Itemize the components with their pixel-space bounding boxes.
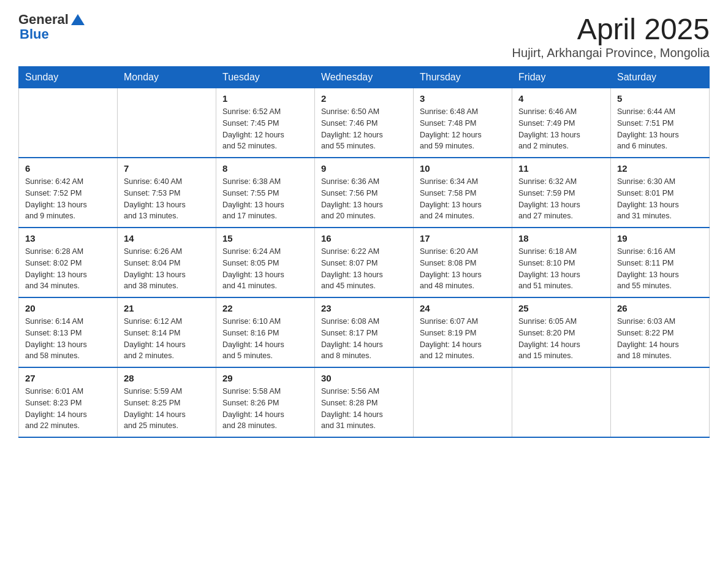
day-number: 29	[222, 373, 308, 383]
calendar-cell	[611, 367, 710, 437]
calendar-week-row: 20Sunrise: 6:14 AM Sunset: 8:13 PM Dayli…	[19, 297, 710, 367]
day-number: 7	[124, 163, 210, 174]
title-block: April 2025 Hujirt, Arkhangai Province, M…	[512, 12, 710, 60]
day-info: Sunrise: 6:48 AM Sunset: 7:48 PM Dayligh…	[420, 106, 506, 152]
calendar-cell: 6Sunrise: 6:42 AM Sunset: 7:52 PM Daylig…	[19, 158, 118, 228]
calendar-cell: 3Sunrise: 6:48 AM Sunset: 7:48 PM Daylig…	[414, 88, 512, 158]
calendar-cell	[414, 367, 512, 437]
day-info: Sunrise: 6:40 AM Sunset: 7:53 PM Dayligh…	[124, 176, 210, 222]
calendar-header-wednesday: Wednesday	[315, 67, 414, 88]
calendar-cell: 21Sunrise: 6:12 AM Sunset: 8:14 PM Dayli…	[118, 297, 216, 367]
calendar-cell: 8Sunrise: 6:38 AM Sunset: 7:55 PM Daylig…	[216, 158, 315, 228]
day-number: 8	[222, 163, 308, 174]
calendar-cell: 7Sunrise: 6:40 AM Sunset: 7:53 PM Daylig…	[118, 158, 216, 228]
day-info: Sunrise: 6:26 AM Sunset: 8:04 PM Dayligh…	[124, 246, 210, 292]
day-number: 17	[420, 233, 506, 243]
calendar-header-row: SundayMondayTuesdayWednesdayThursdayFrid…	[19, 67, 710, 88]
day-info: Sunrise: 6:36 AM Sunset: 7:56 PM Dayligh…	[321, 176, 407, 222]
main-title: April 2025	[512, 12, 710, 46]
day-number: 27	[25, 373, 111, 383]
day-number: 25	[518, 303, 604, 313]
calendar-header-sunday: Sunday	[19, 67, 118, 88]
day-info: Sunrise: 6:14 AM Sunset: 8:13 PM Dayligh…	[25, 316, 111, 362]
day-number: 1	[222, 93, 308, 104]
day-number: 15	[222, 233, 308, 243]
day-number: 21	[124, 303, 210, 313]
svg-marker-0	[71, 14, 85, 25]
day-number: 3	[420, 93, 506, 104]
logo-text-general: General	[18, 12, 69, 27]
calendar-cell: 28Sunrise: 5:59 AM Sunset: 8:25 PM Dayli…	[118, 367, 216, 437]
day-number: 23	[321, 303, 407, 313]
day-info: Sunrise: 6:52 AM Sunset: 7:45 PM Dayligh…	[222, 106, 308, 152]
day-info: Sunrise: 6:38 AM Sunset: 7:55 PM Dayligh…	[222, 176, 308, 222]
logo-triangle-icon	[71, 13, 85, 26]
day-info: Sunrise: 6:30 AM Sunset: 8:01 PM Dayligh…	[617, 176, 703, 222]
day-info: Sunrise: 6:46 AM Sunset: 7:49 PM Dayligh…	[518, 106, 604, 152]
calendar-cell: 1Sunrise: 6:52 AM Sunset: 7:45 PM Daylig…	[216, 88, 315, 158]
day-info: Sunrise: 5:56 AM Sunset: 8:28 PM Dayligh…	[321, 386, 407, 432]
calendar-cell: 27Sunrise: 6:01 AM Sunset: 8:23 PM Dayli…	[19, 367, 118, 437]
calendar-week-row: 27Sunrise: 6:01 AM Sunset: 8:23 PM Dayli…	[19, 367, 710, 437]
calendar-cell: 26Sunrise: 6:03 AM Sunset: 8:22 PM Dayli…	[611, 297, 710, 367]
calendar-cell: 11Sunrise: 6:32 AM Sunset: 7:59 PM Dayli…	[512, 158, 611, 228]
day-info: Sunrise: 6:07 AM Sunset: 8:19 PM Dayligh…	[420, 316, 506, 362]
calendar-cell: 30Sunrise: 5:56 AM Sunset: 8:28 PM Dayli…	[315, 367, 414, 437]
day-number: 5	[617, 93, 703, 104]
day-info: Sunrise: 6:18 AM Sunset: 8:10 PM Dayligh…	[518, 246, 604, 292]
calendar-cell: 5Sunrise: 6:44 AM Sunset: 7:51 PM Daylig…	[611, 88, 710, 158]
day-info: Sunrise: 6:44 AM Sunset: 7:51 PM Dayligh…	[617, 106, 703, 152]
day-info: Sunrise: 6:24 AM Sunset: 8:05 PM Dayligh…	[222, 246, 308, 292]
day-number: 18	[518, 233, 604, 243]
day-number: 26	[617, 303, 703, 313]
day-number: 11	[518, 163, 604, 174]
day-number: 9	[321, 163, 407, 174]
calendar-cell: 2Sunrise: 6:50 AM Sunset: 7:46 PM Daylig…	[315, 88, 414, 158]
day-number: 24	[420, 303, 506, 313]
calendar-header-saturday: Saturday	[611, 67, 710, 88]
calendar-cell: 19Sunrise: 6:16 AM Sunset: 8:11 PM Dayli…	[611, 228, 710, 297]
day-number: 14	[124, 233, 210, 243]
day-number: 12	[617, 163, 703, 174]
page-header: General Blue April 2025 Hujirt, Arkhanga…	[18, 12, 710, 60]
calendar-cell: 12Sunrise: 6:30 AM Sunset: 8:01 PM Dayli…	[611, 158, 710, 228]
calendar-cell: 29Sunrise: 5:58 AM Sunset: 8:26 PM Dayli…	[216, 367, 315, 437]
calendar-table: SundayMondayTuesdayWednesdayThursdayFrid…	[18, 66, 710, 438]
calendar-cell: 23Sunrise: 6:08 AM Sunset: 8:17 PM Dayli…	[315, 297, 414, 367]
day-number: 20	[25, 303, 111, 313]
day-number: 16	[321, 233, 407, 243]
day-info: Sunrise: 5:59 AM Sunset: 8:25 PM Dayligh…	[124, 386, 210, 432]
calendar-header-friday: Friday	[512, 67, 611, 88]
day-number: 30	[321, 373, 407, 383]
day-number: 4	[518, 93, 604, 104]
calendar-cell: 13Sunrise: 6:28 AM Sunset: 8:02 PM Dayli…	[19, 228, 118, 297]
day-info: Sunrise: 6:34 AM Sunset: 7:58 PM Dayligh…	[420, 176, 506, 222]
calendar-week-row: 13Sunrise: 6:28 AM Sunset: 8:02 PM Dayli…	[19, 228, 710, 297]
day-info: Sunrise: 6:10 AM Sunset: 8:16 PM Dayligh…	[222, 316, 308, 362]
calendar-header-tuesday: Tuesday	[216, 67, 315, 88]
calendar-cell: 15Sunrise: 6:24 AM Sunset: 8:05 PM Dayli…	[216, 228, 315, 297]
day-number: 6	[25, 163, 111, 174]
day-info: Sunrise: 6:22 AM Sunset: 8:07 PM Dayligh…	[321, 246, 407, 292]
calendar-cell: 16Sunrise: 6:22 AM Sunset: 8:07 PM Dayli…	[315, 228, 414, 297]
day-info: Sunrise: 6:12 AM Sunset: 8:14 PM Dayligh…	[124, 316, 210, 362]
day-info: Sunrise: 6:28 AM Sunset: 8:02 PM Dayligh…	[25, 246, 111, 292]
day-number: 2	[321, 93, 407, 104]
calendar-cell: 14Sunrise: 6:26 AM Sunset: 8:04 PM Dayli…	[118, 228, 216, 297]
calendar-cell: 10Sunrise: 6:34 AM Sunset: 7:58 PM Dayli…	[414, 158, 512, 228]
calendar-cell: 9Sunrise: 6:36 AM Sunset: 7:56 PM Daylig…	[315, 158, 414, 228]
logo: General Blue	[18, 12, 85, 42]
logo-text-blue: Blue	[20, 27, 85, 42]
day-number: 13	[25, 233, 111, 243]
day-number: 22	[222, 303, 308, 313]
day-info: Sunrise: 5:58 AM Sunset: 8:26 PM Dayligh…	[222, 386, 308, 432]
calendar-cell: 18Sunrise: 6:18 AM Sunset: 8:10 PM Dayli…	[512, 228, 611, 297]
day-info: Sunrise: 6:08 AM Sunset: 8:17 PM Dayligh…	[321, 316, 407, 362]
day-info: Sunrise: 6:01 AM Sunset: 8:23 PM Dayligh…	[25, 386, 111, 432]
day-number: 19	[617, 233, 703, 243]
calendar-cell: 24Sunrise: 6:07 AM Sunset: 8:19 PM Dayli…	[414, 297, 512, 367]
calendar-cell	[512, 367, 611, 437]
day-info: Sunrise: 6:42 AM Sunset: 7:52 PM Dayligh…	[25, 176, 111, 222]
day-info: Sunrise: 6:20 AM Sunset: 8:08 PM Dayligh…	[420, 246, 506, 292]
day-number: 10	[420, 163, 506, 174]
